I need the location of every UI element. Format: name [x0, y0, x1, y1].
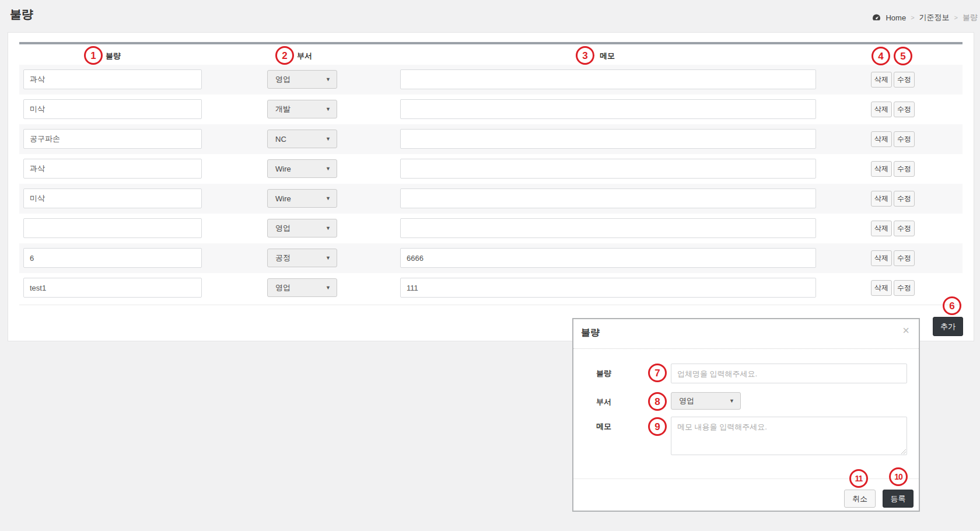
defect-name-input[interactable] [23, 159, 202, 179]
delete-button[interactable]: 삭제 [871, 250, 892, 266]
delete-button[interactable]: 삭제 [871, 280, 892, 296]
breadcrumb-section[interactable]: 기준정보 [919, 12, 950, 23]
edit-button[interactable]: 수정 [894, 102, 915, 117]
chevron-down-icon: ▼ [326, 195, 331, 201]
modal-defect-input[interactable] [671, 364, 907, 383]
defect-name-input[interactable] [23, 278, 202, 298]
table-row: 영업▼ 삭제 수정 [19, 214, 963, 243]
chevron-down-icon: ▼ [326, 225, 331, 231]
defect-table: 영업▼ 삭제 수정 개발▼ 삭제 수정 NC▼ 삭제 수정 Wire▼ 삭제 수 [19, 65, 963, 303]
breadcrumb-separator: > [911, 14, 914, 21]
table-row: 개발▼ 삭제 수정 [19, 95, 963, 124]
dept-select[interactable]: 영업▼ [267, 219, 337, 237]
memo-input[interactable] [400, 278, 816, 298]
dept-select[interactable]: 공정▼ [267, 249, 337, 267]
dept-select[interactable]: 영업▼ [267, 70, 337, 89]
table-row: 영업▼ 삭제 수정 [19, 65, 963, 95]
table-row: Wire▼ 삭제 수정 [19, 184, 963, 214]
chevron-down-icon: ▼ [326, 136, 331, 142]
table-row: 공정▼ 삭제 수정 [19, 243, 963, 273]
add-button[interactable]: 추가 [933, 317, 963, 336]
delete-button[interactable]: 삭제 [871, 72, 892, 88]
chevron-down-icon: ▼ [326, 76, 331, 82]
dept-select-value: Wire [275, 194, 291, 203]
modal-header: 불량 × [573, 319, 919, 349]
memo-input[interactable] [400, 188, 816, 208]
modal-memo-field [671, 417, 907, 455]
dashboard-icon [872, 13, 881, 22]
modal-dept-select-value: 영업 [679, 396, 694, 406]
cancel-button[interactable]: 취소 [844, 490, 876, 508]
chevron-down-icon: ▼ [729, 398, 734, 404]
chevron-down-icon: ▼ [326, 255, 331, 261]
edit-button[interactable]: 수정 [894, 72, 915, 88]
defect-name-input[interactable] [23, 188, 202, 208]
close-icon[interactable]: × [902, 324, 909, 336]
memo-input[interactable] [400, 99, 816, 119]
column-header-memo: 메모 [600, 51, 615, 61]
breadcrumb: Home > 기준정보 > 불량 [872, 12, 978, 23]
chevron-down-icon: ▼ [326, 285, 331, 291]
dept-select-value: 공정 [275, 253, 290, 263]
delete-button[interactable]: 삭제 [871, 161, 892, 177]
memo-input[interactable] [400, 159, 816, 179]
delete-button[interactable]: 삭제 [871, 102, 892, 117]
dept-select[interactable]: NC▼ [267, 130, 337, 148]
breadcrumb-current: 불량 [963, 12, 978, 23]
page-title: 불량 [10, 6, 33, 22]
column-header-dept: 부서 [297, 51, 312, 61]
table-row: NC▼ 삭제 수정 [19, 124, 963, 154]
defect-name-input[interactable] [23, 218, 202, 238]
column-header-defect: 불량 [106, 51, 121, 61]
dept-select[interactable]: Wire▼ [267, 159, 337, 178]
footer-divider [19, 305, 963, 305]
dept-select-value: 영업 [275, 282, 290, 293]
dept-select-value: NC [275, 135, 286, 144]
table-top-bar [19, 42, 963, 44]
edit-button[interactable]: 수정 [894, 280, 915, 296]
memo-input[interactable] [400, 248, 816, 268]
edit-button[interactable]: 수정 [894, 161, 915, 177]
submit-button[interactable]: 등록 [883, 490, 914, 508]
modal-dept-select[interactable]: 영업 ▼ [671, 392, 741, 410]
modal-dept-label: 부서 [596, 397, 611, 407]
defect-name-input[interactable] [23, 99, 202, 119]
chevron-down-icon: ▼ [326, 106, 331, 112]
edit-button[interactable]: 수정 [894, 221, 915, 236]
memo-input[interactable] [400, 69, 816, 89]
dept-select-value: Wire [275, 165, 291, 173]
memo-input[interactable] [400, 129, 816, 149]
dept-select[interactable]: 영업▼ [267, 278, 337, 297]
breadcrumb-separator: > [954, 14, 958, 21]
modal-footer: 취소 등록 [573, 478, 919, 511]
delete-button[interactable]: 삭제 [871, 191, 892, 207]
chevron-down-icon: ▼ [326, 166, 331, 172]
defect-name-input[interactable] [23, 69, 202, 89]
modal-defect-label: 불량 [596, 368, 611, 379]
defect-name-input[interactable] [23, 129, 202, 149]
dept-select-value: 영업 [275, 223, 290, 233]
memo-input[interactable] [400, 218, 816, 238]
table-row: 영업▼ 삭제 수정 [19, 273, 963, 303]
delete-button[interactable]: 삭제 [871, 221, 892, 236]
defect-name-input[interactable] [23, 248, 202, 268]
modal-memo-label: 메모 [596, 421, 611, 432]
dept-select-value: 영업 [275, 74, 290, 85]
dept-select-value: 개발 [275, 104, 290, 114]
edit-button[interactable]: 수정 [894, 191, 915, 207]
modal-title: 불량 [581, 327, 600, 339]
edit-button[interactable]: 수정 [894, 131, 915, 147]
modal-memo-textarea[interactable] [671, 417, 907, 455]
table-row: Wire▼ 삭제 수정 [19, 154, 963, 184]
breadcrumb-home[interactable]: Home [886, 13, 906, 22]
defect-modal: 불량 × 불량 부서 영업 ▼ 메모 취소 등록 [572, 318, 920, 512]
content-panel: 불량 부서 메모 영업▼ 삭제 수정 개발▼ 삭제 수정 NC▼ 삭제 수정 [8, 32, 974, 341]
edit-button[interactable]: 수정 [894, 250, 915, 266]
dept-select[interactable]: 개발▼ [267, 100, 337, 118]
delete-button[interactable]: 삭제 [871, 131, 892, 147]
dept-select[interactable]: Wire▼ [267, 189, 337, 208]
